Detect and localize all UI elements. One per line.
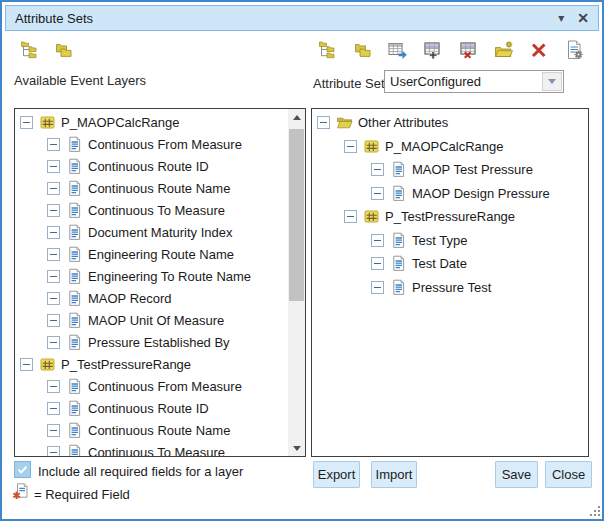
collapse-expander-icon[interactable] [47, 138, 60, 151]
tree-item-label: MAOP Test Pressure [412, 162, 533, 177]
tree-item[interactable]: MAOP Unit Of Measure [15, 309, 305, 331]
attribute-set-properties-button[interactable] [562, 39, 586, 61]
dropdown-button[interactable] [542, 72, 562, 91]
new-attribute-set-button[interactable] [492, 39, 516, 61]
tree-item[interactable]: P_MAOPCalcRange [312, 135, 588, 159]
collapse-expander-icon[interactable] [47, 226, 60, 239]
tree-item[interactable]: Continuous Route ID [15, 155, 305, 177]
folders-icon [54, 40, 74, 60]
attribute-set-select[interactable]: UserConfigured [384, 70, 564, 93]
scroll-up-icon[interactable] [288, 109, 305, 125]
scroll-down-icon[interactable] [288, 440, 305, 456]
field-doc-icon [66, 202, 83, 219]
resize-grip[interactable] [589, 505, 601, 517]
tree-item[interactable]: Test Date [312, 252, 588, 276]
collapse-expander-icon[interactable] [47, 424, 60, 437]
collapse-expander-icon[interactable] [20, 116, 33, 129]
tree-item-label: Continuous Route Name [88, 423, 230, 438]
add-event-layer-button[interactable] [386, 39, 410, 61]
collapse-expander-icon[interactable] [47, 314, 60, 327]
collapse-expander-icon[interactable] [47, 204, 60, 217]
event-layer-icon [39, 356, 56, 373]
save-button[interactable]: Save [495, 461, 538, 488]
tree-item[interactable]: P_TestPressureRange [312, 205, 588, 229]
field-doc-icon [390, 255, 407, 272]
required-field-icon [12, 483, 30, 501]
tree-item[interactable]: MAOP Design Pressure [312, 182, 588, 206]
field-doc-icon [66, 180, 83, 197]
table-arrow-icon [388, 40, 408, 60]
tree-item[interactable]: Continuous From Measure [15, 375, 305, 397]
remove-field-button[interactable] [457, 39, 481, 61]
tree-item[interactable]: Pressure Established By [15, 331, 305, 353]
tree-item-label: Continuous From Measure [88, 379, 242, 394]
collapse-expander-icon[interactable] [344, 210, 357, 223]
chevron-down-icon [548, 79, 556, 84]
delete-attribute-set-button[interactable] [527, 39, 551, 61]
tree-item[interactable]: Document Maturity Index [15, 221, 305, 243]
tree-item[interactable]: Continuous To Measure [15, 199, 305, 221]
scrollbar-thumb[interactable] [289, 129, 304, 301]
close-button[interactable]: Close [545, 461, 592, 488]
include-required-fields-checkbox[interactable] [14, 461, 31, 478]
collapse-event-layers-button[interactable] [52, 39, 76, 61]
collapse-expander-icon[interactable] [20, 358, 33, 371]
tree-item[interactable]: Engineering To Route Name [15, 265, 305, 287]
check-icon [16, 463, 29, 476]
collapse-expander-icon[interactable] [371, 234, 384, 247]
tree-item[interactable]: Continuous From Measure [15, 133, 305, 155]
tree-item[interactable]: Test Type [312, 229, 588, 253]
tree-item[interactable]: Continuous Route ID [15, 397, 305, 419]
folders-icon [353, 40, 373, 60]
tree-item-label: Test Type [412, 233, 467, 248]
tree-item[interactable]: P_TestPressureRange [15, 353, 305, 375]
collapse-expander-icon[interactable] [371, 187, 384, 200]
tree-item-label: Continuous To Measure [88, 445, 225, 458]
import-button[interactable]: Import [371, 461, 417, 488]
collapse-attribute-set-button[interactable] [351, 39, 375, 61]
collapse-expander-icon[interactable] [47, 336, 60, 349]
collapse-expander-icon[interactable] [47, 446, 60, 458]
collapse-expander-icon[interactable] [371, 281, 384, 294]
available-layers-panel: P_MAOPCalcRange Continuous From Measure … [14, 108, 306, 457]
vertical-scrollbar[interactable] [288, 109, 305, 456]
available-layers-tree: P_MAOPCalcRange Continuous From Measure … [15, 109, 305, 457]
dock-menu-icon[interactable]: ▾ [558, 12, 564, 24]
tree-item[interactable]: Other Attributes [312, 111, 588, 135]
expand-attribute-set-button[interactable] [316, 39, 340, 61]
tree-item-label: MAOP Design Pressure [412, 186, 550, 201]
collapse-expander-icon[interactable] [47, 402, 60, 415]
expand-event-layers-button[interactable] [18, 39, 42, 61]
tree-item[interactable]: MAOP Test Pressure [312, 158, 588, 182]
tree-item-label: Engineering Route Name [88, 247, 234, 262]
tree-item-label: P_TestPressureRange [385, 209, 515, 224]
attribute-set-tree: Other Attributes P_MAOPCalcRange MAOP Te… [312, 109, 588, 299]
attribute-set-value: UserConfigured [385, 74, 541, 89]
tree-item-label: P_TestPressureRange [61, 357, 191, 372]
collapse-expander-icon[interactable] [344, 140, 357, 153]
tree-item[interactable]: P_MAOPCalcRange [15, 111, 305, 133]
collapse-expander-icon[interactable] [371, 257, 384, 270]
close-icon[interactable]: ✕ [577, 11, 589, 25]
field-doc-icon [390, 185, 407, 202]
collapse-expander-icon[interactable] [47, 182, 60, 195]
collapse-expander-icon[interactable] [47, 270, 60, 283]
collapse-expander-icon[interactable] [371, 163, 384, 176]
collapse-expander-icon[interactable] [47, 380, 60, 393]
tree-item-label: P_MAOPCalcRange [61, 115, 180, 130]
tree-item[interactable]: Engineering Route Name [15, 243, 305, 265]
collapse-expander-icon[interactable] [317, 116, 330, 129]
tree-item[interactable]: Pressure Test [312, 276, 588, 300]
tree-item[interactable]: Continuous To Measure [15, 441, 305, 457]
export-button[interactable]: Export [313, 461, 360, 488]
field-doc-icon [66, 422, 83, 439]
collapse-expander-icon[interactable] [47, 160, 60, 173]
tree-item[interactable]: Continuous Route Name [15, 177, 305, 199]
tree-item-label: Continuous Route ID [88, 401, 209, 416]
tree-item[interactable]: Continuous Route Name [15, 419, 305, 441]
add-field-button[interactable] [421, 39, 445, 61]
titlebar[interactable]: Attribute Sets ▾ ✕ [5, 5, 599, 31]
tree-item[interactable]: MAOP Record [15, 287, 305, 309]
collapse-expander-icon[interactable] [47, 292, 60, 305]
collapse-expander-icon[interactable] [47, 248, 60, 261]
